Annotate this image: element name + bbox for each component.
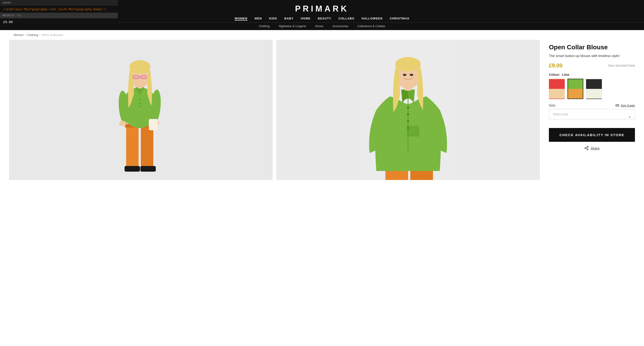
site-header: QUERY //p[@class='MuiTypography-root jss… [0,0,644,30]
breadcrumb-women[interactable]: Women [14,33,24,37]
model-figure-1 [9,40,273,180]
product-details-panel: Open Collar Blouse The smart button-up b… [540,40,635,180]
breadcrumb-current: Shirts & Blouses [42,33,63,37]
svg-rect-14 [149,119,158,130]
debug-results-label: RESULTS (1) [0,13,118,18]
svg-point-30 [407,120,409,122]
debug-query-label: QUERY [0,0,118,6]
svg-rect-3 [124,166,140,172]
product-image-1 [9,40,273,180]
check-availability-button[interactable]: CHECK AVAILABILITY IN STORE [549,128,635,142]
size-select[interactable]: Select size XS S M L XL [549,109,635,119]
product-images [9,40,540,180]
colour-label-text: Colour: [549,73,560,76]
svg-rect-1 [126,126,138,169]
breadcrumb: Women / Clothing / Shirts & Blouses [0,30,644,40]
nav-christmas[interactable]: CHRISTMAS [390,17,409,20]
svg-point-36 [410,74,413,76]
size-label: Size: [549,104,556,107]
svg-point-9 [139,106,140,107]
svg-point-31 [407,127,409,129]
subnav-shoes[interactable]: Shoes [315,24,323,28]
share-link[interactable]: Share [590,146,600,150]
colour-value: Lime [562,73,570,76]
subnav-accessories[interactable]: Accessories [332,24,348,28]
svg-point-7 [139,99,140,100]
nav-women[interactable]: WOMEN [234,17,247,20]
share-row[interactable]: Share [549,146,635,150]
nav-men[interactable]: MEN [255,17,262,20]
svg-rect-21 [133,76,139,79]
colour-swatches [549,79,635,99]
product-price-row: £9.00 Ref# 991045475406 [549,62,635,69]
nav-collabs[interactable]: COLLABS [338,17,354,20]
svg-point-28 [407,107,409,109]
nav-halloween[interactable]: HALLOWEEN [362,17,383,20]
svg-rect-4 [140,166,156,172]
debug-query-code: //p[@class='MuiTypography-root jss74 Mui… [0,6,118,13]
svg-rect-2 [141,126,153,169]
svg-rect-22 [140,76,147,79]
svg-point-17 [130,60,150,74]
model-figure-2 [276,40,540,180]
subnav-nightwear[interactable]: Nightwear & Lingerie [279,24,306,28]
share-icon [584,146,589,150]
svg-point-12 [119,121,126,126]
size-row: Size: Size Guide [549,104,635,107]
main-content: Open Collar Blouse The smart button-up b… [0,40,644,189]
product-ref: Ref# 991045475406 [608,64,635,67]
nav-home[interactable]: HOME [301,17,310,20]
nav-kids[interactable]: KIDS [269,17,277,20]
colour-swatch-red[interactable] [549,79,565,99]
nav-baby[interactable]: BABY [284,17,294,20]
colour-swatch-lime[interactable] [568,79,583,99]
ruler-icon [616,104,619,107]
product-description: The smart button-up blouse with timeless… [549,53,635,59]
breadcrumb-sep1: / [25,33,26,37]
debug-panel: QUERY //p[@class='MuiTypography-root jss… [0,0,118,25]
debug-results-price: £9.00 [0,18,118,25]
subnav-clothing[interactable]: Clothing [259,24,270,28]
colour-swatch-black[interactable] [586,79,602,99]
svg-point-42 [587,146,588,148]
svg-point-35 [403,74,406,76]
size-guide-link[interactable]: Size Guide [616,104,635,107]
product-title: Open Collar Blouse [549,43,635,51]
svg-point-29 [407,113,409,116]
colour-label: Colour: Lime [549,73,635,76]
svg-point-34 [395,57,421,71]
product-price: £9.00 [549,62,562,69]
svg-line-45 [586,148,587,149]
nav-beauty[interactable]: BEAUTY [318,17,331,20]
size-select-wrapper: Select size XS S M L XL ⌄ [549,109,635,124]
svg-line-46 [586,147,587,148]
svg-point-44 [587,149,588,150]
breadcrumb-clothing[interactable]: Clothing [27,33,38,37]
svg-point-8 [139,102,140,104]
svg-point-43 [585,148,586,149]
breadcrumb-sep2: / [40,33,40,37]
size-guide-label: Size Guide [620,104,635,107]
product-image-2 [276,40,540,180]
subnav-collections[interactable]: Collections & Collabs [357,24,385,28]
